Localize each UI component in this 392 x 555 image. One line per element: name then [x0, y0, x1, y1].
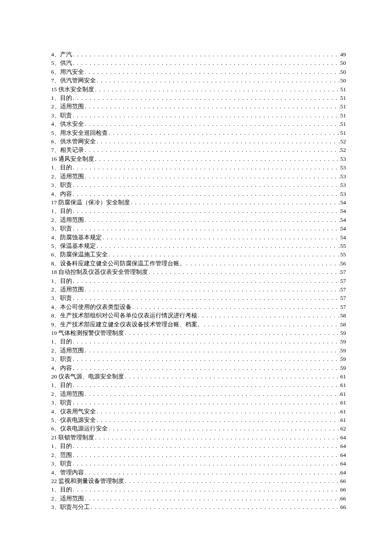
toc-entry: 7、相关记录52 — [51, 146, 346, 154]
toc-leader-dots — [96, 137, 340, 146]
toc-entry: 1、目的64 — [51, 442, 346, 450]
toc-leader-dots — [96, 76, 340, 85]
toc-leader-dots — [72, 381, 340, 389]
toc-entry-page: 66 — [340, 485, 346, 494]
toc-entry: 2、范围64 — [51, 451, 346, 459]
toc-leader-dots — [185, 259, 340, 268]
toc-entry: 3、职责57 — [51, 294, 346, 302]
toc-entry: 9、生产技术部应建立健全仪表设备技术管理台账、档案。58 — [51, 320, 346, 329]
toc-entry-page: 59 — [340, 337, 346, 346]
toc-entry-page: 52 — [340, 146, 346, 154]
toc-leader-dots — [84, 494, 340, 503]
toc-entry-page: 50 — [340, 59, 346, 67]
toc-entry-label: 4、供水安全 — [51, 120, 84, 128]
toc-entry-page: 51 — [340, 94, 346, 102]
toc-entry: 5、供汽50 — [51, 59, 346, 67]
toc-entry-page: 59 — [340, 355, 346, 363]
toc-leader-dots — [84, 120, 340, 128]
toc-entry-page: 51 — [340, 85, 346, 94]
toc-entry-page: 64 — [340, 442, 346, 450]
toc-entry: 8、设备科应建立健全公司防腐保温工作管理台账。56 — [51, 259, 346, 268]
toc-entry-label: 1、目的 — [51, 163, 72, 172]
toc-entry-label: 2、范围 — [51, 451, 72, 459]
toc-entry-label: 8、设备科应建立健全公司防腐保温工作管理台账。 — [51, 259, 185, 268]
toc-leader-dots — [96, 416, 340, 424]
toc-leader-dots — [72, 94, 340, 102]
toc-entry-page: 53 — [340, 190, 346, 198]
toc-entry-label: 2、适用范围 — [51, 216, 84, 224]
toc-entry-label: 1、目的 — [51, 442, 72, 450]
toc-entry-label: 4、防腐蚀基本规定 — [51, 233, 102, 242]
toc-entry-page: 52 — [340, 137, 346, 146]
toc-entry-label: 3、职责与分工 — [51, 503, 90, 511]
toc-entry-page: 57 — [340, 285, 346, 294]
toc-entry-label: 1、目的 — [51, 277, 72, 285]
toc-leader-dots — [108, 424, 340, 433]
toc-entry: 2、适用范围54 — [51, 216, 346, 224]
toc-entry: 5、用水安全巡回检查51 — [51, 129, 346, 137]
toc-entry-label: 20 仪表气源、电源安全制度 — [51, 372, 124, 381]
toc-entry-page: 54 — [340, 216, 346, 224]
toc-entry: 3、职责59 — [51, 355, 346, 363]
toc-entry-page: 56 — [340, 259, 346, 268]
toc-entry: 4、内容53 — [51, 190, 346, 198]
toc-entry-page: 58 — [340, 311, 346, 320]
toc-entry: 2、适用范围61 — [51, 390, 346, 398]
toc-entry-page: 54 — [340, 207, 346, 215]
toc-leader-dots — [84, 102, 340, 111]
toc-entry-page: 64 — [340, 451, 346, 459]
toc-leader-dots — [84, 346, 340, 355]
toc-entry: 1、目的53 — [51, 163, 346, 172]
toc-entry-page: 61 — [340, 390, 346, 398]
toc-leader-dots — [72, 50, 340, 59]
toc-entry-label: 4、内容 — [51, 364, 72, 372]
toc-entry: 2、适用范围57 — [51, 285, 346, 294]
toc-entry: 2、适用范围66 — [51, 494, 346, 503]
toc-entry-label: 22 监视和测量设备管理制度 — [51, 477, 124, 485]
toc-leader-dots — [72, 59, 340, 67]
toc-entry-label: 3、职责 — [51, 294, 72, 302]
toc-entry-page: 61 — [340, 381, 346, 389]
toc-entry-label: 2、适用范围 — [51, 390, 84, 398]
toc-entry: 1、目的59 — [51, 337, 346, 346]
toc-entry: 1、目的66 — [51, 485, 346, 494]
toc-entry: 5、仪表电源安全61 — [51, 416, 346, 424]
toc-leader-dots — [124, 372, 340, 381]
toc-entry-label: 6、仪表电源运行安全 — [51, 424, 108, 433]
toc-entry-label: 7、供汽管网安全 — [51, 76, 96, 85]
toc-entry-page: 61 — [340, 372, 346, 381]
toc-entry-label: 5、供汽 — [51, 59, 72, 67]
toc-entry: 8、生产技术部组织对公司各单位仪表运行情况进行考核58 — [51, 311, 346, 320]
toc-leader-dots — [84, 390, 340, 398]
toc-entry-label: 4、仪表用气安全 — [51, 407, 96, 416]
toc-entry-page: 61 — [340, 407, 346, 416]
toc-entry-page: 50 — [340, 76, 346, 85]
toc-entry-label: 2、适用范围 — [51, 102, 84, 111]
toc-leader-dots — [72, 181, 340, 189]
toc-entry-page: 51 — [340, 102, 346, 111]
toc-leader-dots — [108, 250, 340, 259]
toc-entry-label: 8、生产技术部组织对公司各单位仪表运行情况进行考核 — [51, 311, 197, 320]
toc-entry: 1、目的51 — [51, 94, 346, 102]
toc-entry: 22 监视和测量设备管理制度66 — [51, 477, 346, 485]
toc-leader-dots — [72, 398, 340, 407]
toc-entry-label: 3、职责 — [51, 459, 72, 468]
toc-entry-label: 15 供水安全制度 — [51, 85, 94, 94]
toc-entry-label: 17 防腐保温（保冷）安全制度 — [51, 198, 130, 207]
toc-entry-label: 6、防腐保温施工安全 — [51, 250, 108, 259]
toc-entry-label: 6、供水管网安全 — [51, 137, 96, 146]
toc-leader-dots — [72, 207, 340, 215]
toc-entry: 3、职责54 — [51, 224, 346, 233]
toc-entry-page: 53 — [340, 172, 346, 181]
toc-entry-page: 62 — [340, 424, 346, 433]
toc-leader-dots — [84, 216, 340, 224]
toc-entry: 1、目的57 — [51, 277, 346, 285]
toc-entry-page: 55 — [340, 242, 346, 250]
toc-entry-label: 2、适用范围 — [51, 494, 84, 503]
toc-entry: 4、仪表用气安全61 — [51, 407, 346, 416]
toc-entry-page: 50 — [340, 68, 346, 76]
toc-entry-label: 3、职责 — [51, 111, 72, 120]
toc-entry-label: 19 气体检测报警仪管理制度 — [51, 329, 124, 337]
toc-entry-page: 57 — [340, 294, 346, 302]
toc-entry: 4、管理内容64 — [51, 468, 346, 477]
